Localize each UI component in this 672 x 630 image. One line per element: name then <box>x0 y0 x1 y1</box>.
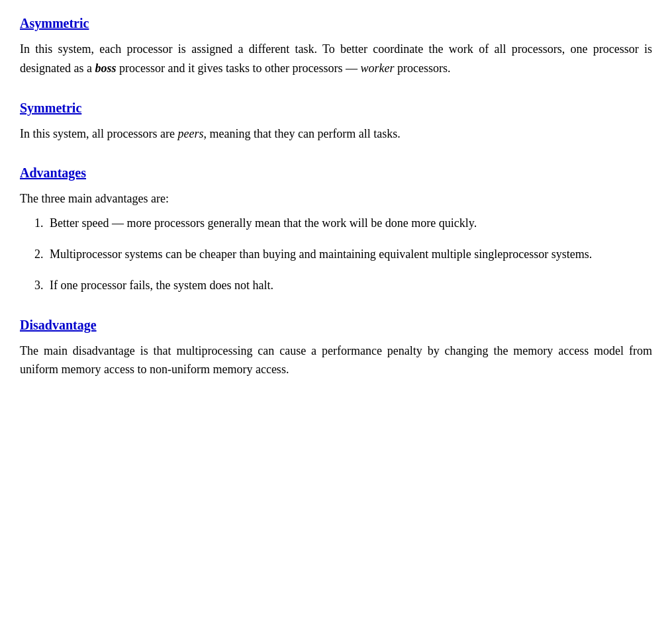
advantages-list: Better speed — more processors generally… <box>46 214 652 294</box>
advantages-intro: The three main advantages are: <box>20 189 652 208</box>
advantages-heading: Advantages <box>20 163 652 183</box>
disadvantage-heading: Disadvantage <box>20 315 652 335</box>
list-item: Better speed — more processors generally… <box>46 214 652 233</box>
symmetric-heading: Symmetric <box>20 98 652 118</box>
disadvantage-section: Disadvantage The main disadvantage is th… <box>20 315 652 380</box>
asymmetric-section: Asymmetric In this system, each processo… <box>20 13 652 78</box>
disadvantage-paragraph: The main disadvantage is that multiproce… <box>20 341 652 380</box>
symmetric-paragraph: In this system, all processors are peers… <box>20 124 652 144</box>
symmetric-section: Symmetric In this system, all processors… <box>20 98 652 144</box>
asymmetric-heading: Asymmetric <box>20 13 652 33</box>
list-item: Multiprocessor systems can be cheaper th… <box>46 245 652 264</box>
list-item: If one processor fails, the system does … <box>46 276 652 295</box>
advantages-section: Advantages The three main advantages are… <box>20 163 652 294</box>
asymmetric-paragraph: In this system, each processor is assign… <box>20 40 652 78</box>
